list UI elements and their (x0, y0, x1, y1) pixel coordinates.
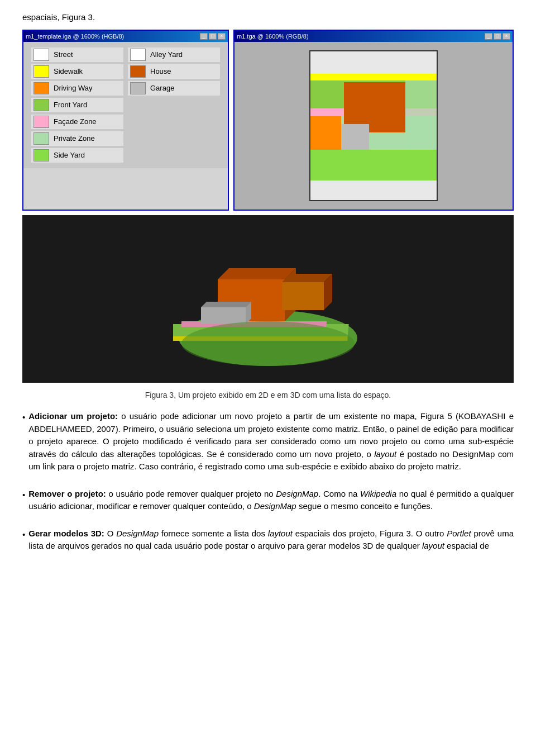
adicionar-italic: layout (374, 449, 396, 459)
sidewalk-swatch (34, 65, 49, 78)
minimize-btn[interactable]: _ (200, 33, 208, 40)
right-title: m1.tga @ 1600% (RGB/8) (237, 32, 309, 41)
figure-container: m1_template.iga @ 1600% (HGB/8) _ □ × St… (22, 30, 514, 211)
gerar-body2: fornece somente a lista dos (159, 529, 268, 538)
legend-item-front-yard: Front Yard (31, 98, 123, 112)
private-zone-label: Private Zone (54, 133, 95, 144)
legend-grid: Street Alley Yard Sidewalk (31, 47, 220, 163)
legend-item-private-zone: Private Zone (31, 131, 123, 146)
gerar-italic4: layout (422, 541, 444, 550)
legend-item-alley-yard: Alley Yard (128, 47, 220, 62)
remover-body4: segue o mesmo conceito e funções. (296, 501, 433, 511)
section-remover: • Remover o projeto: o usuário pode remo… (22, 488, 514, 519)
svg-rect-10 (310, 180, 438, 201)
svg-rect-8 (405, 80, 438, 150)
driving-way-swatch (34, 82, 49, 94)
bullet-dot-adicionar: • (22, 411, 25, 479)
bullet-row-adicionar: • Adicionar um projeto: o usuário pode a… (22, 410, 514, 479)
remover-title: Remover o projeto: (28, 489, 108, 498)
adicionar-text: Adicionar um projeto: o usuário pode adi… (28, 410, 514, 473)
gerar-title: Gerar modelos 3D: (28, 529, 107, 538)
legend-item-sidewalk: Sidewalk (31, 64, 123, 79)
gerar-body3: espaciais dos projeto, Figura 3. O outro (293, 529, 447, 538)
remover-italic3: DesignMap (254, 501, 296, 511)
gerar-body5: espacial de (444, 541, 489, 550)
svg-rect-1 (310, 74, 438, 80)
right-maximize-btn[interactable]: □ (494, 33, 501, 40)
render-scene (173, 226, 363, 372)
svg-marker-19 (282, 274, 332, 282)
bullet-row-gerar: • Gerar modelos 3D: O DesignMap fornece … (22, 527, 514, 558)
driving-way-label: Driving Way (54, 83, 93, 94)
street-label: Street (54, 49, 73, 60)
intro-text: espaciais, Figura 3. (22, 11, 514, 24)
house-label: House (150, 66, 171, 77)
side-yard-label: Side Yard (54, 150, 85, 161)
legend-item-street: Street (31, 47, 123, 62)
svg-marker-18 (282, 282, 324, 310)
render-container (22, 215, 514, 383)
house-swatch (130, 65, 146, 78)
window-left: m1_template.iga @ 1600% (HGB/8) _ □ × St… (22, 30, 229, 211)
left-title: m1_template.iga @ 1600% (HGB/8) (26, 32, 124, 41)
gerar-italic2: laytout (268, 529, 293, 538)
remover-text: Remover o projeto: o usuário pode remove… (28, 488, 514, 513)
right-minimize-btn[interactable]: _ (485, 33, 492, 40)
sidewalk-label: Sidewalk (54, 66, 83, 77)
side-yard-swatch (34, 149, 49, 161)
svg-rect-9 (310, 150, 438, 180)
legend-item-house: House (128, 64, 220, 79)
legend-item-facade-zone: Façade Zone (31, 115, 123, 129)
render-svg (173, 226, 363, 372)
svg-rect-7 (341, 124, 369, 150)
facade-zone-swatch (34, 116, 49, 128)
front-yard-label: Front Yard (54, 99, 87, 111)
alley-yard-label: Alley Yard (150, 49, 183, 60)
left-window-controls[interactable]: _ □ × (200, 33, 226, 40)
svg-point-24 (181, 321, 355, 366)
alley-yard-swatch (130, 49, 146, 61)
remover-italic1: DesignMap (276, 489, 318, 498)
remover-body1: o usuário pode remover qualquer projeto … (109, 489, 276, 498)
map-body (234, 42, 513, 210)
facade-zone-label: Façade Zone (54, 116, 97, 127)
close-btn[interactable]: × (218, 33, 226, 40)
legend-item-side-yard: Side Yard (31, 148, 123, 163)
remover-body2: . Como na (318, 489, 360, 498)
gerar-text: Gerar modelos 3D: O DesignMap fornece so… (28, 527, 514, 553)
svg-marker-21 (201, 307, 246, 324)
right-window-controls[interactable]: _ □ × (485, 33, 510, 40)
section-adicionar: • Adicionar um projeto: o usuário pode a… (22, 410, 514, 479)
remover-italic2: Wikipedia (360, 489, 396, 498)
window-right: m1.tga @ 1600% (RGB/8) _ □ × (233, 30, 514, 211)
left-titlebar: m1_template.iga @ 1600% (HGB/8) _ □ × (23, 31, 228, 42)
gerar-body1: O (107, 529, 117, 538)
map-svg (309, 50, 438, 201)
bullet-row-remover: • Remover o projeto: o usuário pode remo… (22, 488, 514, 519)
gerar-italic3: Portlet (447, 529, 471, 538)
section-gerar: • Gerar modelos 3D: O DesignMap fornece … (22, 527, 514, 558)
right-titlebar: m1.tga @ 1600% (RGB/8) _ □ × (234, 31, 513, 42)
right-close-btn[interactable]: × (502, 33, 510, 40)
street-swatch (34, 49, 49, 61)
legend-item-garage: Garage (128, 81, 220, 96)
svg-rect-0 (310, 51, 438, 74)
svg-marker-22 (201, 302, 251, 307)
private-zone-swatch (34, 132, 49, 145)
maximize-btn[interactable]: □ (209, 33, 217, 40)
svg-rect-6 (310, 116, 341, 150)
gerar-italic1: DesignMap (116, 529, 159, 538)
adicionar-title: Adicionar um projeto: (28, 411, 121, 421)
page-content: espaciais, Figura 3. m1_template.iga @ 1… (22, 11, 514, 558)
legend-item-driving-way: Driving Way (31, 81, 123, 96)
bullet-dot-gerar: • (22, 529, 25, 558)
front-yard-swatch (34, 99, 49, 111)
svg-marker-16 (218, 268, 296, 279)
figure-caption: Figura 3, Um projeto exibido em 2D e em … (22, 389, 514, 401)
garage-swatch (130, 82, 146, 94)
bullet-dot-remover: • (22, 489, 25, 519)
legend-body: Street Alley Yard Sidewalk (23, 42, 228, 168)
garage-label: Garage (150, 83, 174, 94)
